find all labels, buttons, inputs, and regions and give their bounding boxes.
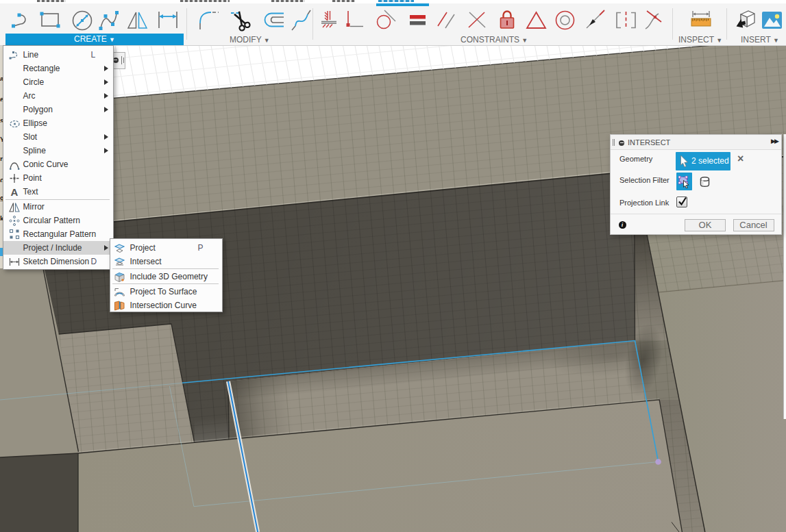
svg-text:A: A: [10, 186, 18, 198]
